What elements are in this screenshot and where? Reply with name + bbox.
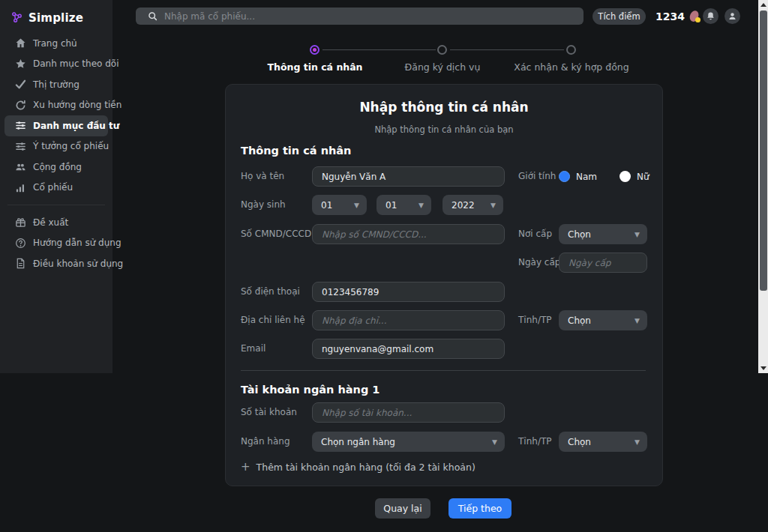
market-check-icon <box>15 79 26 90</box>
email-input[interactable] <box>312 339 505 359</box>
dob-month-select[interactable]: 01▼ <box>376 195 431 215</box>
issue-place-label: Nơi cấp <box>518 224 557 244</box>
account-button[interactable] <box>724 8 740 24</box>
add-bank-account-link[interactable]: + Thêm tài khoản ngân hàng (tối đa 2 tài… <box>241 462 476 473</box>
step-2-label: Đăng ký dịch vụ <box>382 61 502 73</box>
issue-date-input[interactable] <box>559 253 647 273</box>
sidebar-item-label: Cộng đồng <box>33 162 82 172</box>
step-3-label: Xác nhận & ký hợp đồng <box>496 61 646 73</box>
sidebar-item-help[interactable]: Hướng dẫn sử dụng <box>4 233 108 254</box>
fullname-input[interactable] <box>312 166 505 187</box>
sidebar-item-label: Thị trường <box>33 79 80 90</box>
id-number-label: Số CMND/CCCD <box>241 224 312 244</box>
step-1-label: Thông tin cá nhân <box>255 61 375 73</box>
points-button[interactable]: Tích điểm <box>592 8 646 25</box>
bank-province-select[interactable]: Chọn▼ <box>559 432 647 452</box>
gender-option-label: Nam <box>576 172 597 182</box>
personal-section-heading: Thông tin cá nhân <box>241 145 351 157</box>
stock-chart-icon <box>15 182 26 193</box>
phone-label: Số điện thoại <box>241 282 312 302</box>
points-mascot-icon <box>688 9 700 24</box>
issue-place-select[interactable]: Chọn▼ <box>559 224 647 244</box>
id-number-input[interactable] <box>312 224 505 244</box>
vertical-scrollbar <box>758 0 768 373</box>
notifications-button[interactable] <box>703 8 718 24</box>
sidebar-item-community[interactable]: Cộng đồng <box>4 157 108 178</box>
card-title: Nhập thông tin cá nhân <box>226 100 662 115</box>
sidebar-item-stocks[interactable]: Cổ phiếu <box>4 178 108 199</box>
dob-year-select[interactable]: 2022▼ <box>442 195 503 215</box>
points-value: 1234 <box>656 10 685 22</box>
gender-radio-nam[interactable] <box>559 171 570 182</box>
sidebar-item-label: Danh mục đầu tư <box>33 121 119 131</box>
step-3-dot <box>566 45 576 55</box>
province-select[interactable]: Chọn▼ <box>559 310 647 330</box>
email-label: Email <box>241 339 312 359</box>
step-1-dot <box>310 45 320 55</box>
stepper-connector <box>450 49 564 51</box>
phone-input[interactable] <box>312 282 505 302</box>
stock-search <box>136 7 584 25</box>
bank-label: Ngân hàng <box>241 432 312 452</box>
chevron-down-icon: ▼ <box>418 202 424 209</box>
chevron-down-icon: ▼ <box>354 202 359 209</box>
bank-select[interactable]: Chọn ngân hàng▼ <box>312 432 505 452</box>
sidebar-item-label: Trang chủ <box>33 38 77 49</box>
account-number-label: Số tài khoản <box>241 402 312 423</box>
gender-label: Giới tính <box>518 166 557 187</box>
section-divider <box>241 370 646 371</box>
bell-icon <box>706 11 716 21</box>
sidebar-item-label: Xu hướng dòng tiền <box>33 100 122 110</box>
address-label: Địa chỉ liên hệ <box>241 310 312 330</box>
sidebar-item-referral[interactable]: Đề xuất <box>4 212 108 233</box>
sidebar-item-label: Danh mục theo dõi <box>33 58 118 69</box>
next-button[interactable]: Tiếp theo <box>448 498 512 519</box>
search-input[interactable] <box>164 11 584 22</box>
scrollbar-up-arrow[interactable] <box>758 0 768 10</box>
back-button[interactable]: Quay lại <box>375 498 430 519</box>
points-balance: 1234 <box>656 8 700 25</box>
gender-radio-nu[interactable] <box>620 171 631 182</box>
sidebar-item-terms[interactable]: Điều khoản sử dụng <box>4 253 108 274</box>
brand-logo[interactable]: Simplize <box>0 0 112 25</box>
plus-icon: + <box>241 462 250 473</box>
stepper-connector <box>322 49 436 51</box>
simplize-logo-icon <box>10 11 23 24</box>
sidebar-divider <box>8 205 105 205</box>
issue-date-label: Ngày cấp <box>518 253 557 273</box>
sidebar-item-label: Điều khoản sử dụng <box>33 259 123 269</box>
sidebar-nav: Trang chủ Danh mục theo dõi Thị trường <box>0 33 112 274</box>
chevron-down-icon: ▼ <box>634 231 640 238</box>
sidebar-item-label: Hướng dẫn sử dụng <box>33 238 122 248</box>
watchlist-star-icon <box>15 58 26 70</box>
stock-idea-sliders-icon <box>15 141 26 152</box>
gift-icon <box>15 217 26 228</box>
gender-option-label: Nữ <box>637 172 650 182</box>
help-circle-icon <box>15 238 26 249</box>
portfolio-sliders-icon <box>15 120 26 131</box>
sidebar-item-market[interactable]: Thị trường <box>4 74 108 95</box>
home-icon <box>15 37 26 49</box>
search-icon <box>148 11 158 21</box>
chevron-down-icon: ▼ <box>634 317 640 324</box>
dob-day-select[interactable]: 01▼ <box>312 195 367 215</box>
chevron-down-icon: ▼ <box>634 438 640 446</box>
sidebar-item-home[interactable]: Trang chủ <box>4 33 108 54</box>
sidebar-item-money-flow[interactable]: Xu hướng dòng tiền <box>4 95 108 116</box>
address-input[interactable] <box>312 310 505 330</box>
sidebar-item-watchlist[interactable]: Danh mục theo dõi <box>4 54 108 75</box>
app-window: Simplize Trang chủ Danh mục theo dõi Thị… <box>0 0 768 532</box>
scrollbar-thumb[interactable] <box>760 10 767 291</box>
province-label: Tỉnh/TP <box>518 310 557 330</box>
step-2-dot <box>437 45 447 55</box>
brand-name: Simplize <box>28 11 83 25</box>
dob-label: Ngày sinh <box>241 195 312 215</box>
sidebar-item-stock-ideas[interactable]: Ý tưởng cổ phiếu <box>4 136 108 157</box>
community-icon <box>15 161 26 172</box>
fullname-label: Họ và tên <box>241 166 312 187</box>
account-number-input[interactable] <box>312 402 505 423</box>
user-avatar-icon <box>728 11 737 21</box>
sidebar-item-portfolio[interactable]: Danh mục đầu tư <box>4 115 108 136</box>
sidebar: Simplize Trang chủ Danh mục theo dõi Thị… <box>0 0 112 373</box>
scrollbar-down-arrow[interactable] <box>758 363 768 373</box>
